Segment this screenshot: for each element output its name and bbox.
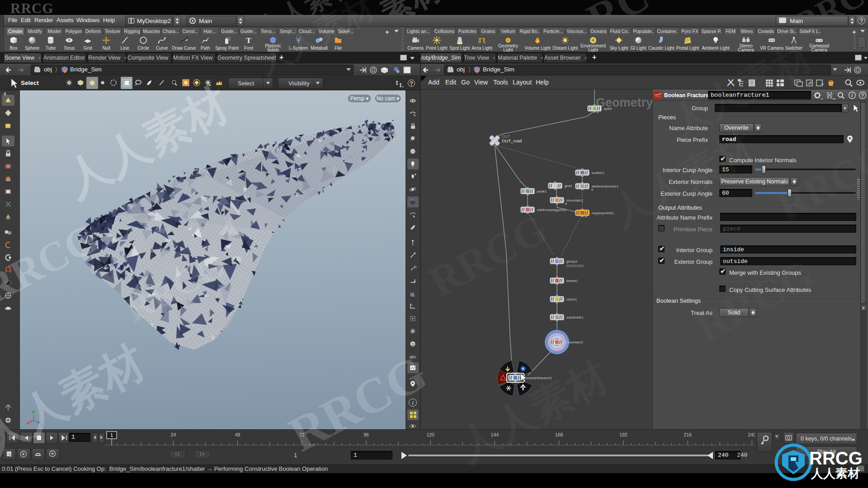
svg-text:abc: abc bbox=[410, 355, 416, 359]
svg-text:mountain2: mountain2 bbox=[566, 340, 584, 344]
svg-text:attribrandomize1: attribrandomize1 bbox=[592, 184, 619, 188]
svg-text:RRCG: RRCG bbox=[809, 448, 863, 468]
svg-text:人人素材: 人人素材 bbox=[811, 467, 860, 480]
svg-text:192: 192 bbox=[619, 432, 627, 437]
svg-text:H: H bbox=[827, 92, 832, 99]
svg-text:vdbfrompolygons1: vdbfrompolygons1 bbox=[537, 208, 567, 212]
svg-text:1: 1 bbox=[110, 432, 113, 438]
svg-text:booleanfracture1: booleanfracture1 bbox=[525, 376, 552, 380]
svg-text:clean1: clean1 bbox=[566, 297, 577, 301]
svg-text:copytopoints1: copytopoints1 bbox=[592, 211, 614, 215]
svg-text:z: z bbox=[41, 423, 43, 427]
svg-text:grid1: grid1 bbox=[565, 184, 573, 188]
svg-text:72: 72 bbox=[299, 432, 305, 437]
svg-text:deleteside: deleteside bbox=[566, 263, 584, 268]
svg-text:delete1: delete1 bbox=[566, 279, 579, 283]
svg-text:group1: group1 bbox=[566, 259, 578, 263]
svg-text:24: 24 bbox=[170, 432, 176, 437]
svg-text:96: 96 bbox=[363, 432, 369, 437]
svg-text:.12: .12 bbox=[413, 265, 416, 269]
svg-text:T: T bbox=[246, 36, 251, 45]
svg-text:216: 216 bbox=[684, 432, 692, 437]
svg-text:144: 144 bbox=[491, 432, 499, 437]
svg-text:240: 240 bbox=[748, 432, 755, 437]
svg-text:split1: split1 bbox=[604, 107, 613, 111]
svg-text:subdivide1: subdivide1 bbox=[566, 315, 584, 319]
svg-text:?: ? bbox=[861, 93, 864, 98]
svg-text:48: 48 bbox=[235, 432, 241, 437]
svg-text:120: 120 bbox=[426, 432, 434, 437]
svg-text:x: x bbox=[30, 419, 32, 423]
svg-text:12: 12 bbox=[410, 292, 414, 296]
svg-text:168: 168 bbox=[555, 432, 563, 437]
svg-text:i: i bbox=[851, 93, 853, 98]
svg-text:peak1: peak1 bbox=[537, 189, 547, 193]
svg-text:scatter1: scatter1 bbox=[592, 171, 605, 175]
svg-text:mountain1: mountain1 bbox=[566, 198, 584, 202]
svg-text:OUT_road: OUT_road bbox=[502, 138, 522, 143]
